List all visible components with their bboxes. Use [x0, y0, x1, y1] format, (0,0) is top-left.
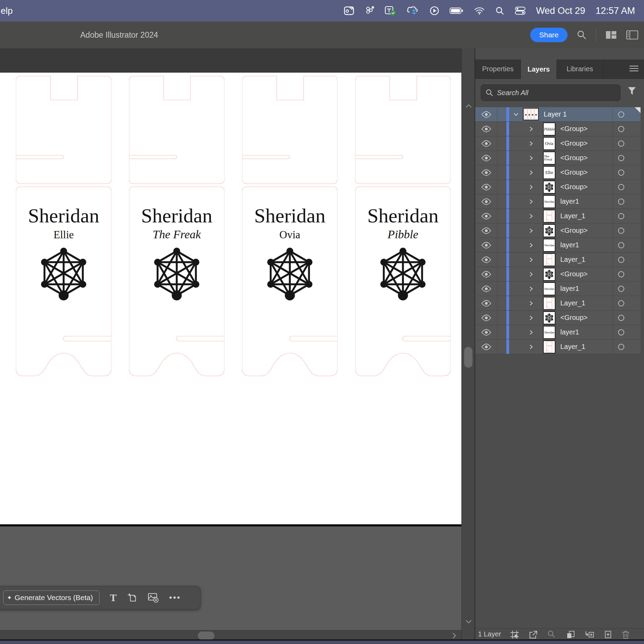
layer-row[interactable]: Ovia<Group>: [475, 136, 641, 151]
layer-thumbnail[interactable]: Sheridan: [543, 282, 555, 295]
chevron-right-icon[interactable]: [528, 126, 534, 133]
document-canvas[interactable]: Sheridan Ellie Sheridan The Freak Sherid…: [0, 48, 461, 641]
layer-row[interactable]: Layer_1: [475, 209, 641, 223]
layer-row[interactable]: <Group>: [475, 223, 641, 238]
layer-target-icon[interactable]: [618, 315, 624, 321]
visibility-eye-icon[interactable]: [475, 282, 497, 296]
layer-row[interactable]: Sheridanlayer1: [475, 194, 641, 209]
layer-row[interactable]: <Group>: [475, 311, 641, 325]
delete-icon[interactable]: [621, 630, 631, 640]
layer-target-icon[interactable]: [618, 111, 624, 118]
chevron-right-icon[interactable]: [528, 257, 534, 264]
layer-thumbnail[interactable]: Sheridan: [543, 326, 555, 339]
tab-libraries[interactable]: Libraries: [557, 59, 603, 79]
layer-target-icon[interactable]: [618, 199, 624, 205]
control-center-icon[interactable]: [515, 7, 526, 15]
layer-name[interactable]: Layer_1: [560, 296, 585, 311]
share-button[interactable]: Share: [530, 28, 568, 42]
chevron-right-icon[interactable]: [528, 344, 534, 351]
chevron-right-icon[interactable]: [528, 286, 534, 293]
layer-target-icon[interactable]: [618, 184, 624, 190]
chevron-right-icon[interactable]: [528, 301, 534, 307]
export-icon[interactable]: [528, 630, 538, 640]
make-clip-mask-icon[interactable]: [566, 630, 576, 640]
creative-cloud-sync-icon[interactable]: [406, 6, 419, 16]
visibility-eye-icon[interactable]: [475, 136, 497, 151]
play-circle-icon[interactable]: [430, 6, 439, 16]
layer-target-icon[interactable]: [618, 271, 624, 277]
layer-thumbnail[interactable]: Ovia: [543, 137, 555, 150]
visibility-eye-icon[interactable]: [475, 180, 497, 194]
layer-thumbnail[interactable]: Sheridan: [543, 195, 555, 208]
layer-target-icon[interactable]: [618, 228, 624, 234]
visibility-eye-icon[interactable]: [475, 107, 497, 122]
generate-vectors-button[interactable]: ✦ Generate Vectors (Beta): [3, 590, 100, 605]
visibility-eye-icon[interactable]: [475, 252, 497, 267]
product-tag-ovia[interactable]: Sheridan Ovia: [242, 74, 338, 379]
chevron-right-icon[interactable]: [528, 242, 534, 249]
layer-thumbnail[interactable]: [523, 108, 539, 120]
scroll-up-icon[interactable]: [465, 103, 472, 111]
menu-bar-date[interactable]: Wed Oct 29: [536, 6, 585, 16]
visibility-eye-icon[interactable]: [475, 223, 497, 238]
vertical-scrollbar-thumb[interactable]: [464, 347, 472, 368]
layer-thumbnail[interactable]: [543, 311, 555, 324]
battery-icon[interactable]: [450, 7, 463, 14]
layer-thumbnail[interactable]: Pibble: [543, 122, 555, 136]
layer-name[interactable]: Layer_1: [560, 209, 585, 223]
layer-name[interactable]: <Group>: [560, 122, 588, 136]
layer-row[interactable]: Layer_1: [475, 340, 641, 354]
chevron-down-icon[interactable]: [513, 112, 519, 119]
layer-thumbnail[interactable]: Sheridan: [543, 239, 555, 252]
more-options-icon[interactable]: •••: [169, 593, 181, 602]
workspace-switcher-icon[interactable]: [605, 30, 617, 39]
layer-name[interactable]: <Group>: [560, 223, 588, 238]
filter-icon[interactable]: [627, 86, 637, 98]
scroll-down-icon[interactable]: [465, 618, 472, 626]
spotlight-icon[interactable]: [495, 6, 504, 15]
layer-thumbnail[interactable]: Ellie: [543, 166, 555, 179]
chevron-right-icon[interactable]: [528, 184, 534, 191]
layer-row[interactable]: <Group>: [475, 180, 641, 194]
visibility-eye-icon[interactable]: [475, 194, 497, 209]
layer-target-icon[interactable]: [618, 213, 624, 219]
layer-target-icon[interactable]: [618, 257, 624, 263]
layer-name[interactable]: Layer_1: [560, 340, 585, 354]
layer-thumbnail[interactable]: The Freak: [543, 151, 555, 165]
layer-name[interactable]: layer1: [560, 238, 579, 252]
visibility-eye-icon[interactable]: [475, 122, 497, 136]
visibility-eye-icon[interactable]: [475, 267, 497, 282]
layer-thumbnail[interactable]: [543, 224, 555, 237]
layer-target-icon[interactable]: [618, 155, 624, 161]
vertical-scrollbar[interactable]: [461, 48, 476, 641]
chevron-right-icon[interactable]: [528, 228, 534, 235]
layer-row[interactable]: <Group>: [475, 267, 641, 282]
layer-row[interactable]: Layer_1: [475, 252, 641, 267]
scanner-app-icon[interactable]: [344, 6, 354, 16]
layer-row[interactable]: Pibble<Group>: [475, 122, 641, 136]
status-icons[interactable]: [344, 6, 526, 16]
layer-name[interactable]: layer1: [560, 282, 579, 296]
layer-target-icon[interactable]: [618, 300, 624, 306]
visibility-eye-icon[interactable]: [475, 311, 497, 325]
chevron-right-icon[interactable]: [528, 170, 534, 177]
chevron-right-icon[interactable]: [528, 315, 534, 322]
type-tool-icon[interactable]: T: [110, 592, 117, 604]
search-icon[interactable]: [577, 30, 587, 40]
layer-thumbnail[interactable]: [543, 210, 555, 223]
chevron-right-icon[interactable]: [528, 141, 534, 148]
visibility-eye-icon[interactable]: [475, 325, 497, 340]
place-image-icon[interactable]: [148, 593, 159, 602]
product-tag-the-freak[interactable]: Sheridan The Freak: [129, 74, 224, 379]
chevron-right-icon[interactable]: [528, 199, 534, 206]
layer-row[interactable]: Layer_1: [475, 296, 641, 311]
chevron-right-icon[interactable]: [528, 155, 534, 162]
layer-name[interactable]: layer1: [560, 325, 579, 340]
layer-name[interactable]: Layer_1: [560, 252, 585, 267]
layer-target-icon[interactable]: [618, 286, 624, 292]
chevron-right-icon[interactable]: [528, 272, 534, 278]
search-input[interactable]: [496, 89, 620, 97]
chevron-right-icon[interactable]: [528, 330, 534, 337]
new-sublayer-icon[interactable]: [585, 630, 594, 640]
collect-for-export-icon[interactable]: [510, 630, 519, 640]
